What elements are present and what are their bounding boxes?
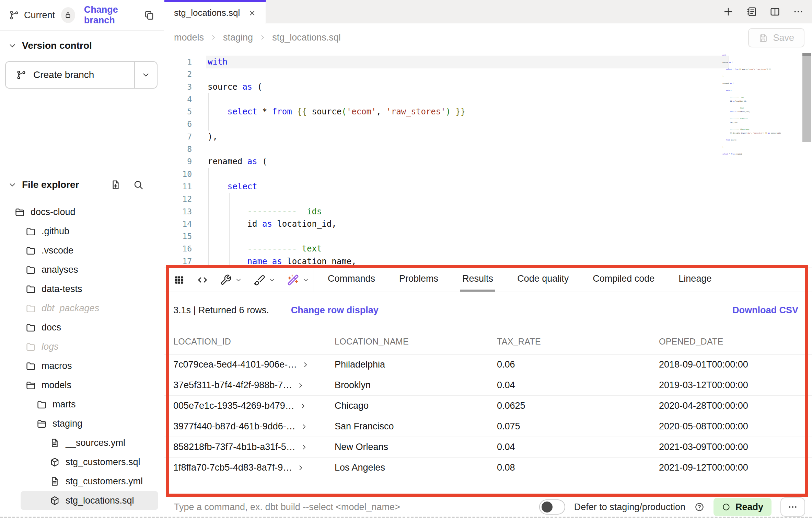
- doc-icon: [49, 476, 60, 487]
- editor-scrollbar[interactable]: [802, 53, 811, 142]
- panel-tab-problems[interactable]: Problems: [397, 268, 440, 292]
- expand-cell-icon[interactable]: [297, 464, 304, 472]
- more-options-button[interactable]: [780, 497, 805, 517]
- status-badge-ready[interactable]: Ready: [714, 498, 772, 516]
- code-content[interactable]: with source as ( select * from {{ source…: [208, 56, 465, 268]
- file-name: staging: [53, 418, 82, 429]
- change-row-display-link[interactable]: Change row display: [291, 305, 379, 316]
- new-tab-icon[interactable]: [723, 6, 734, 17]
- wand-tool-button[interactable]: [287, 274, 309, 286]
- file-tree-item-staging[interactable]: staging: [0, 414, 164, 433]
- version-control-title: Version control: [22, 40, 92, 51]
- column-header-location_id[interactable]: LOCATION_ID: [173, 337, 335, 347]
- new-file-icon[interactable]: [110, 179, 121, 190]
- cell-opened-date: 2019-03-12T00:00:00: [659, 380, 812, 391]
- file-tree-item-docs[interactable]: docs: [0, 318, 164, 337]
- results-info-row: 3.1s | Returned 6 rows. Change row displ…: [164, 292, 812, 329]
- split-editor-icon[interactable]: [769, 6, 780, 17]
- wand-icon: [287, 274, 299, 286]
- results-panel: CommandsProblemsResultsCode qualityCompi…: [164, 268, 812, 496]
- code-line: renamed as (: [722, 82, 794, 85]
- column-header-tax_rate[interactable]: TAX_RATE: [497, 337, 659, 347]
- brush-tool-button[interactable]: [254, 274, 276, 286]
- defer-toggle[interactable]: [539, 499, 565, 515]
- file-tree-item-stg-locations-sql[interactable]: stg_locations.sql: [21, 491, 158, 510]
- table-tool-button[interactable]: [173, 274, 185, 286]
- expand-cell-icon[interactable]: [297, 382, 304, 389]
- file-tree-item-stg-customers-sql[interactable]: stg_customers.sql: [0, 452, 164, 472]
- file-tree-item-data-tests[interactable]: data-tests: [0, 279, 164, 299]
- line-number: 17: [164, 255, 192, 268]
- code-line: ---------- ids: [722, 96, 794, 100]
- chevron-down-icon: [269, 277, 276, 283]
- code-line: [722, 86, 794, 89]
- folder-icon: [25, 245, 36, 256]
- brush-icon: [254, 274, 265, 286]
- file-tree-item--sources-yml[interactable]: __sources.yml: [0, 433, 164, 452]
- line-number: 10: [164, 168, 192, 180]
- file-tree-item--github[interactable]: .github: [0, 222, 164, 241]
- file-tree-item-stg-customers-yml[interactable]: stg_customers.yml: [0, 472, 164, 491]
- panel-tab-lineage[interactable]: Lineage: [676, 268, 714, 292]
- version-control-header[interactable]: Version control: [0, 34, 164, 57]
- tab-stg-locations-sql[interactable]: stg_locations.sql: [164, 0, 266, 24]
- create-branch-dropdown[interactable]: [134, 62, 157, 88]
- wrench-tool-button[interactable]: [220, 274, 242, 286]
- search-icon[interactable]: [133, 179, 144, 190]
- folder-icon: [25, 264, 36, 275]
- breadcrumb-item[interactable]: stg_locations.sql: [272, 32, 341, 43]
- minimap[interactable]: with source as ( select * from {{ source…: [722, 54, 794, 156]
- column-header-opened_date[interactable]: OPENED_DATE: [659, 337, 812, 347]
- panel-tab-results[interactable]: Results: [460, 268, 495, 292]
- cell-location-id: 1f8ffa70-7cb5-4d83-8a7f-9…: [173, 462, 335, 473]
- git-branch-icon: [9, 10, 19, 20]
- code-line: ),: [722, 75, 794, 78]
- more-icon[interactable]: [793, 6, 804, 17]
- tab-label: stg_locations.sql: [174, 8, 240, 18]
- cell-location-id: 005e7e1c-1935-4269-b479…: [173, 401, 335, 411]
- code-tool-button[interactable]: [197, 274, 208, 286]
- file-explorer-header[interactable]: File explorer: [0, 173, 164, 196]
- file-tree-item-marts[interactable]: marts: [0, 395, 164, 414]
- column-header-location_name[interactable]: LOCATION_NAME: [335, 337, 497, 347]
- file-tree-item--vscode[interactable]: .vscode: [0, 241, 164, 260]
- panel-tab-compiled-code[interactable]: Compiled code: [591, 268, 657, 292]
- close-icon[interactable]: [248, 9, 256, 17]
- expand-cell-icon[interactable]: [300, 423, 308, 430]
- file-tree-item-analyses[interactable]: analyses: [0, 260, 164, 279]
- file-tree-item-macros[interactable]: macros: [0, 356, 164, 375]
- file-tree-item-dbt-packages[interactable]: dbt_packages: [0, 299, 164, 318]
- create-branch-button[interactable]: Create branch: [6, 62, 134, 88]
- save-button[interactable]: Save: [748, 28, 804, 47]
- command-input[interactable]: Type a command, ex. dbt build --select <…: [174, 502, 400, 513]
- breadcrumb-item[interactable]: staging: [223, 32, 253, 43]
- file-tree-item-logs[interactable]: logs: [0, 337, 164, 356]
- cell-location-id: 37e5f311-b7f4-4f2f-988b-7…: [173, 380, 335, 391]
- expand-cell-icon[interactable]: [302, 361, 309, 369]
- change-branch-link[interactable]: Change branch: [84, 4, 144, 26]
- table-row: 3977f440-b87d-461b-9dd6-…San Francisco0.…: [164, 416, 812, 437]
- download-csv-link[interactable]: Download CSV: [732, 305, 798, 316]
- cell-location-id: 858218fb-73f7-4b1b-a31f-5…: [173, 442, 335, 452]
- file-tree-item-models[interactable]: models: [0, 375, 164, 395]
- file-tree-item-docs-cloud[interactable]: docs-cloud: [0, 202, 164, 222]
- notebook-icon[interactable]: [746, 6, 757, 17]
- code-line: ),: [208, 131, 465, 143]
- help-icon[interactable]: [694, 502, 705, 512]
- copy-icon[interactable]: [144, 10, 155, 21]
- breadcrumb-item[interactable]: models: [174, 32, 204, 43]
- code-line: [208, 143, 465, 155]
- line-number: 16: [164, 243, 192, 255]
- code-line: {{ dbt.date_trunc('day', 'opened_at') }}…: [722, 132, 794, 135]
- line-number-gutter: 1234567891011121314151617: [164, 56, 192, 268]
- expand-cell-icon[interactable]: [299, 402, 307, 410]
- code-line: from source: [722, 138, 794, 142]
- expand-cell-icon[interactable]: [300, 443, 308, 451]
- table-icon: [173, 274, 185, 286]
- table-row: 005e7e1c-1935-4269-b479…Chicago0.0625202…: [164, 396, 812, 416]
- code-line: ---------- text: [208, 243, 465, 255]
- file-name: stg_locations.sql: [66, 495, 134, 506]
- code-editor[interactable]: 1234567891011121314151617 with source as…: [164, 52, 812, 268]
- panel-tab-commands[interactable]: Commands: [326, 268, 377, 292]
- panel-tab-code-quality[interactable]: Code quality: [515, 268, 571, 292]
